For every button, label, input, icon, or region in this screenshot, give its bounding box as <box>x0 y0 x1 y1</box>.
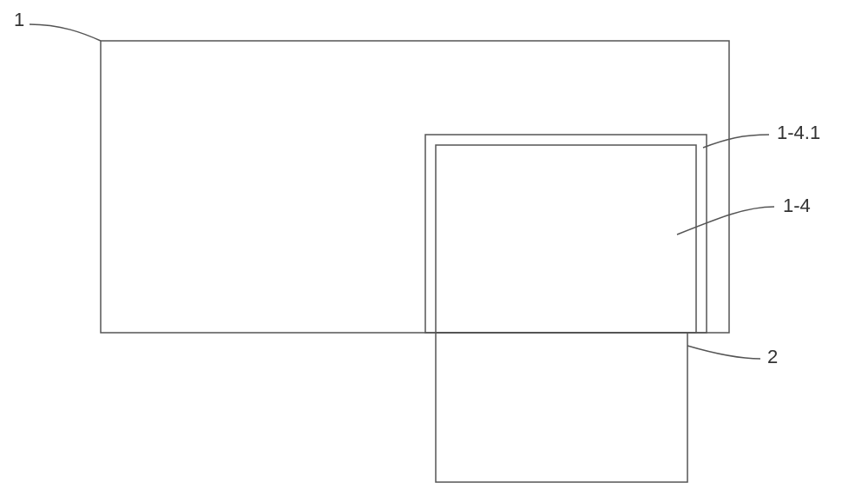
part-2-rect <box>436 333 687 482</box>
part-1-4-rect <box>436 145 696 333</box>
leader-1-4 <box>677 207 774 235</box>
leader-1 <box>30 24 101 41</box>
leader-1-4-1 <box>703 135 769 148</box>
part-1-4-1-rect <box>425 135 707 333</box>
label-1-4-1: 1-4.1 <box>777 122 820 144</box>
label-2: 2 <box>767 346 778 368</box>
label-1-4: 1-4 <box>783 195 811 217</box>
technical-diagram: 1 1-4.1 1-4 2 <box>0 0 868 496</box>
diagram-svg <box>0 0 868 496</box>
leader-2 <box>687 346 760 359</box>
label-1: 1 <box>14 9 24 31</box>
part-1-rect <box>101 41 729 333</box>
